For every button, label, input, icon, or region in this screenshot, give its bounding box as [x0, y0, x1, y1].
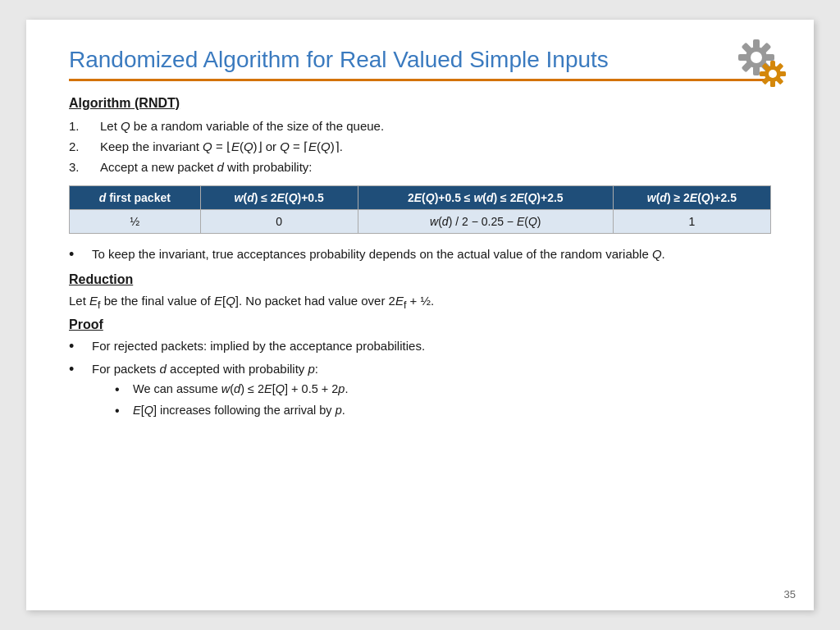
proof-heading: Proof: [69, 317, 771, 332]
bullet-symbol: •: [69, 337, 92, 356]
proof-sub-bullet-1-text: We can assume w(d) ≤ 2E[Q] + 0.5 + 2p.: [133, 381, 348, 399]
table-header-col1: d first packet: [70, 185, 201, 209]
invariant-note-text: To keep the invariant, true acceptances …: [92, 245, 665, 264]
step-text: Keep the invariant Q = ⌊E(Q)⌋ or Q = ⌈E(…: [100, 138, 343, 155]
sub-bullet-symbol: •: [115, 381, 133, 399]
svg-point-11: [769, 70, 777, 78]
svg-rect-18: [760, 71, 766, 76]
proof-sub-bullet-2-text: E[Q] increases following the arrival by …: [133, 402, 345, 420]
svg-rect-6: [753, 66, 760, 75]
table-header-col3: 2E(Q)+0.5 ≤ w(d) ≤ 2E(Q)+2.5: [358, 185, 613, 209]
proof-sub-bullet-1: • We can assume w(d) ≤ 2E[Q] + 0.5 + 2p.: [115, 381, 348, 399]
sub-bullet-symbol: •: [115, 402, 133, 420]
table-cell-1-4: 1: [613, 209, 770, 233]
proof-bullets: • For rejected packets: implied by the a…: [69, 337, 771, 422]
step-number: 3.: [69, 158, 100, 176]
svg-rect-4: [765, 54, 774, 61]
proof-bullet-2: • For packets d accepted with probabilit…: [69, 360, 771, 423]
svg-rect-8: [738, 54, 747, 61]
slide-title: Randomized Algorithm for Real Valued Sim…: [69, 46, 771, 81]
table-cell-1-2: 0: [200, 209, 358, 233]
step-number: 2.: [69, 138, 100, 155]
probability-table: d first packet w(d) ≤ 2E(Q)+0.5 2E(Q)+0.…: [69, 185, 771, 234]
table-header-col4: w(d) ≥ 2E(Q)+2.5: [613, 185, 770, 209]
svg-rect-14: [779, 71, 786, 76]
reduction-heading: Reduction: [69, 272, 771, 287]
step-2: 2. Keep the invariant Q = ⌊E(Q)⌋ or Q = …: [69, 138, 771, 155]
step-3: 3. Accept a new packet d with probabilit…: [69, 158, 771, 176]
step-text: Let Q be a random variable of the size o…: [100, 117, 384, 135]
bullet-symbol: •: [69, 245, 92, 264]
proof-bullet-1: • For rejected packets: implied by the a…: [69, 337, 771, 356]
svg-rect-2: [753, 39, 760, 48]
proof-bullet-2-content: For packets d accepted with probability …: [92, 360, 348, 423]
step-text: Accept a new packet d with probability:: [100, 158, 313, 176]
algorithm-heading: Algorithm (RNDT): [69, 96, 771, 111]
proof-sub-bullet-2: • E[Q] increases following the arrival b…: [115, 402, 348, 420]
svg-point-1: [751, 52, 762, 63]
proof-bullet-1-text: For rejected packets: implied by the acc…: [92, 337, 425, 356]
algorithm-steps: 1. Let Q be a random variable of the siz…: [69, 117, 771, 176]
proof-sub-bullets: • We can assume w(d) ≤ 2E[Q] + 0.5 + 2p.…: [115, 381, 348, 420]
table-header-row: d first packet w(d) ≤ 2E(Q)+0.5 2E(Q)+0.…: [70, 185, 771, 209]
table-row: ½ 0 w(d) / 2 − 0.25 − E(Q) 1: [70, 209, 771, 233]
svg-rect-16: [770, 80, 775, 87]
svg-rect-12: [770, 61, 775, 67]
gear-decoration: [725, 34, 791, 96]
slide: Randomized Algorithm for Real Valued Sim…: [26, 20, 814, 610]
bullet-symbol: •: [69, 360, 92, 423]
page-number: 35: [784, 588, 796, 600]
invariant-note: • To keep the invariant, true acceptance…: [69, 245, 771, 264]
table-header-col2: w(d) ≤ 2E(Q)+0.5: [200, 185, 358, 209]
invariant-note-item: • To keep the invariant, true acceptance…: [69, 245, 771, 264]
table-cell-1-3: w(d) / 2 − 0.25 − E(Q): [358, 209, 613, 233]
step-1: 1. Let Q be a random variable of the siz…: [69, 117, 771, 135]
table-cell-1-1: ½: [70, 209, 201, 233]
reduction-text: Let Ef be the final value of E[Q]. No pa…: [69, 292, 771, 313]
proof-bullet-2-text: For packets d accepted with probability …: [92, 362, 318, 376]
step-number: 1.: [69, 117, 100, 135]
